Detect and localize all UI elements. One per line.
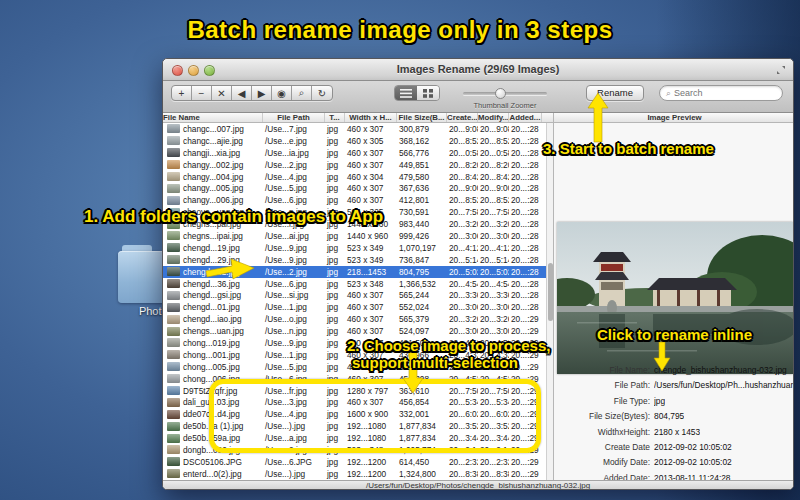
table-row[interactable]: chengd...gsi.jpg/Use...si.jpgjpg460 x 30… [163,289,546,301]
table-row[interactable]: chengd...29.jpg/Use...9.jpgjpg523 x 3497… [163,254,546,266]
previous-button[interactable]: ◀ [232,86,252,100]
cell-modified: 20...5:14 [478,255,509,265]
cell-created: 20...8:52 [447,195,478,205]
table-scrollbar[interactable] [546,123,553,480]
thumbnail-icon [167,338,180,347]
cell-path: /Use...9.jpg [263,255,325,265]
preview-photo [557,222,793,374]
cell-dims: 460 x 307 [345,160,397,170]
zoomer-track[interactable] [463,92,547,95]
table-row[interactable]: changy...005.jpg/Use...5.jpgjpg460 x 307… [163,182,546,194]
cell-modified: 20...2:32 [478,457,509,467]
table-row[interactable]: chengd...36.jpg/Use...6.jpgjpg523 x 3481… [163,278,546,290]
cell-dims: 460 x 305 [345,136,397,146]
info-label: File Size(Bytes): [554,411,650,421]
cell-size: 552,024 [397,302,447,312]
search-icon: ⌕ [666,88,671,99]
title-bar[interactable]: Images Rename (29/69 Images) [163,59,793,81]
column-header[interactable]: File Size(B... [397,113,447,122]
cell-path: /Use...7.jpg [263,124,325,134]
info-value[interactable]: chengde_bishushanzhuang-032.jpg [654,365,787,375]
column-header[interactable]: Create... [447,113,478,122]
cell-modified: 20...3:06 [478,302,509,312]
cell-created: 20...0:58 [447,148,478,158]
cell-dims: 460 x 307 [345,314,397,324]
column-header[interactable]: File Name [163,113,263,122]
cell-name: changy...004.jpg [163,172,263,182]
cell-created: 20...4:54 [447,279,478,289]
cell-modified: 20...0:58 [478,148,509,158]
cell-name: chong...001.jpg [163,350,263,360]
table-row[interactable]: changc...ajie.jpg/Use...e.jpgjpg460 x 30… [163,135,546,147]
cell-size: 1,366,532 [397,279,447,289]
cell-type: jpg [325,172,345,182]
column-header[interactable]: Modify... [478,113,509,122]
cell-dims: 523 x 348 [345,279,397,289]
thumbnail-icon [167,315,180,324]
cell-added: 20...:29 [509,326,542,336]
thumbnail-icon [167,457,180,466]
search-field[interactable]: ⌕ [659,85,783,101]
fullscreen-icon[interactable] [775,64,787,76]
column-header[interactable]: Width x H... [345,113,397,122]
table-row[interactable]: changy...004.jpg/Use...4.jpgjpg460 x 304… [163,171,546,183]
cell-created: 20...3:00 [447,326,478,336]
add-button[interactable]: + [172,86,192,100]
thumbnail-icon [167,255,180,264]
info-value: 2012-09-02 10:05:02 [654,457,732,467]
column-header[interactable]: Added... [509,113,542,122]
preview-button[interactable]: ◉ [272,86,292,100]
cell-created: 20...7:58 [447,207,478,217]
cell-path: /Use...6.jpg [263,279,325,289]
info-label: Create Date [554,442,650,452]
column-header[interactable]: File Path [263,113,325,122]
cell-type: jpg [325,279,345,289]
cell-modified: 20...5:02 [478,267,509,277]
view-mode-toggle [394,85,440,101]
thumbnail-icon [167,279,180,288]
table-row[interactable]: changc...007.jpg/Use...7.jpgjpg460 x 307… [163,123,546,135]
refresh-button[interactable]: ↻ [312,86,332,100]
zoomer-knob[interactable] [495,88,506,99]
banner-title: Batch rename image only in 3 steps [0,16,800,44]
table-row[interactable]: chengd...01.jpg/Use...1.jpgjpg460 x 3075… [163,301,546,313]
cell-added: 20...:29 [509,314,542,324]
table-row[interactable]: changy...002.jpg/Use...2.jpgjpg460 x 307… [163,159,546,171]
desktop: { "banner": { "title": "Batch rename ima… [0,0,800,500]
table-row[interactable]: enterd...0(2).jpg/Use...).jpgjpg192...12… [163,468,546,480]
table-row[interactable]: changy...006.jpg/Use...6.jpgjpg460 x 307… [163,194,546,206]
find-button[interactable]: ⌕ [292,86,312,100]
grid-view-button[interactable] [417,86,439,100]
rename-button[interactable]: Rename [586,85,644,101]
column-header[interactable]: T... [325,113,345,122]
cell-name: chengd...gsi.jpg [163,290,263,300]
table-row[interactable]: chengd...32.jpg/Use...2.jpgjpg218...1453… [163,266,546,278]
table-row[interactable]: chegns...ipai.jpg/Use...ai.jpgjpg1440 x … [163,230,546,242]
info-row[interactable]: File Name:chengde_bishushanzhuang-032.jp… [554,365,794,375]
table-row[interactable]: chengs...uan.jpg/Use...n.jpgjpg460 x 307… [163,325,546,337]
search-input[interactable] [674,88,776,98]
cell-type: jpg [325,338,345,348]
cell-size: 368,162 [397,136,447,146]
table-row[interactable]: chengd...iao.jpg/Use...o.jpgjpg460 x 307… [163,313,546,325]
cell-size: 565,244 [397,290,447,300]
remove-button[interactable]: − [192,86,212,100]
status-bar: /Users/fun/Desktop/Photos/chengde_bishus… [163,480,793,490]
table-row[interactable]: DSC05106.JPG/Use...6.JPGjpg192...1200614… [163,456,546,468]
cell-added: 20...:28 [509,183,542,193]
annotation-step2-line1: 2. Choose image to process, [347,337,550,354]
cell-dims: 523 x 349 [345,255,397,265]
list-view-button[interactable] [395,86,417,100]
next-button[interactable]: ▶ [252,86,272,100]
cell-added: 20...:28 [509,290,542,300]
cell-added: 20...:28 [509,136,542,146]
table-row[interactable]: chengd...19.jpg/Use...9.jpgjpg523 x 3491… [163,242,546,254]
info-value: 2180 x 1453 [654,427,700,437]
delete-button[interactable]: ✕ [212,86,232,100]
cell-created: 20...4:12 [447,243,478,253]
table-row[interactable]: changji...xia.jpg/Use...ia.jpgjpg460 x 3… [163,147,546,159]
thumbnail-icon [167,196,180,205]
thumbnail-icon [167,410,180,419]
cell-name: chengs...uan.jpg [163,326,263,336]
cell-type: jpg [325,255,345,265]
